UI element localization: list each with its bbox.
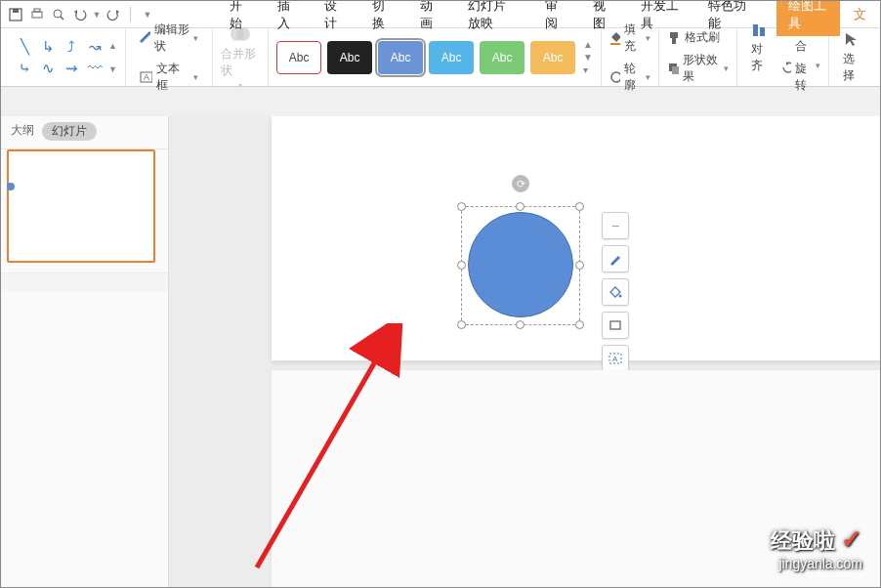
select-button[interactable]: 选择 bbox=[837, 31, 866, 84]
text-box-label: 文本框 bbox=[156, 61, 189, 94]
svg-rect-13 bbox=[672, 38, 676, 44]
select-label: 选择 bbox=[843, 51, 860, 84]
watermark-name: 经验啦 bbox=[771, 528, 835, 553]
rotate-label: 旋转 bbox=[795, 61, 812, 94]
handle-bl[interactable] bbox=[457, 320, 466, 329]
ribbon-group-lines: ╲ ↳ ⤴ ↝ ⤷ ∿ ⇝ 〰 ▲ ▼ bbox=[7, 28, 126, 86]
menu-design[interactable]: 设计 bbox=[311, 0, 358, 38]
float-pencil-icon[interactable] bbox=[602, 245, 629, 273]
divider bbox=[130, 7, 131, 22]
styles-down-icon[interactable]: ▼ bbox=[583, 52, 593, 63]
handle-tl[interactable] bbox=[457, 202, 466, 211]
float-fill-icon[interactable] bbox=[602, 278, 629, 306]
print-icon[interactable] bbox=[26, 4, 48, 25]
tab-outline[interactable]: 大纲 bbox=[11, 122, 34, 141]
side-panel: 大纲 幻灯片 bbox=[1, 116, 169, 587]
thumbnail-strip bbox=[1, 273, 168, 292]
outline-button[interactable]: 轮廓▾ bbox=[609, 61, 650, 94]
style-orange[interactable]: Abc bbox=[530, 41, 575, 74]
style-black[interactable]: Abc bbox=[327, 41, 372, 74]
connector-z-icon[interactable]: ⤴ bbox=[62, 38, 81, 56]
ribbon-group-shape-edit: 编辑形状 ▾ A 文本框 ▾ bbox=[126, 28, 213, 86]
float-rect-icon[interactable] bbox=[602, 312, 629, 339]
menu-text-partial[interactable]: 文 bbox=[840, 0, 880, 29]
style-white[interactable]: Abc bbox=[276, 41, 321, 74]
rotate-button[interactable]: 旋转▾ bbox=[781, 61, 820, 94]
line-shapes-gallery[interactable]: ╲ ↳ ⤴ ↝ ⤷ ∿ ⇝ 〰 bbox=[15, 38, 105, 77]
align-label: 对齐 bbox=[751, 41, 770, 74]
connector-l2-icon[interactable]: ⤷ bbox=[15, 60, 34, 77]
curve-icon[interactable]: ∿ bbox=[38, 60, 58, 77]
connector-l-icon[interactable]: ↳ bbox=[38, 38, 58, 56]
menu-view[interactable]: 视图 bbox=[579, 0, 627, 38]
rotation-handle[interactable]: ⟳ bbox=[512, 175, 529, 192]
float-textselect-icon[interactable]: A bbox=[602, 345, 629, 372]
menu-animation[interactable]: 动画 bbox=[406, 0, 454, 38]
style-green[interactable]: Abc bbox=[480, 41, 524, 74]
styles-more-icon[interactable]: ▾ bbox=[583, 64, 593, 75]
style-sky[interactable]: Abc bbox=[429, 41, 474, 74]
lines-down-icon[interactable]: ▼ bbox=[108, 64, 117, 74]
freeform-icon[interactable]: 〰 bbox=[85, 60, 105, 77]
selected-shape[interactable]: ⟳ bbox=[457, 202, 584, 329]
menu-slideshow[interactable]: 幻灯片放映 bbox=[454, 0, 532, 38]
svg-rect-10 bbox=[610, 43, 620, 45]
menu-special[interactable]: 特色功能 bbox=[694, 0, 762, 38]
menu-developer[interactable]: 开发工具 bbox=[627, 0, 694, 38]
slide-page[interactable]: ⟳ − A bbox=[272, 116, 880, 360]
dropdown-icon[interactable]: ▼ bbox=[91, 4, 103, 25]
handle-bc[interactable] bbox=[516, 320, 524, 329]
svg-text:A: A bbox=[612, 355, 618, 363]
merge-shapes-label: 合并形状 bbox=[221, 46, 260, 79]
undo-icon[interactable] bbox=[69, 4, 91, 25]
svg-rect-15 bbox=[672, 66, 678, 74]
svg-rect-2 bbox=[32, 12, 42, 18]
connector-s-icon[interactable]: ↝ bbox=[85, 38, 105, 56]
svg-rect-1 bbox=[13, 9, 19, 13]
text-box-button[interactable]: A 文本框 ▾ bbox=[140, 61, 198, 94]
styles-up-icon[interactable]: ▲ bbox=[583, 39, 593, 50]
menu-insert[interactable]: 插入 bbox=[264, 0, 312, 38]
floating-tools: − A bbox=[602, 212, 629, 372]
handle-tr[interactable] bbox=[575, 202, 584, 211]
watermark: 经验啦✓ jingyanla.com bbox=[771, 525, 862, 571]
style-blue-selected[interactable]: Abc bbox=[378, 41, 423, 74]
watermark-url: jingyanla.com bbox=[771, 556, 862, 571]
svg-point-11 bbox=[611, 72, 620, 82]
outline-label: 轮廓 bbox=[624, 61, 643, 94]
svg-point-4 bbox=[54, 10, 62, 18]
lines-up-icon[interactable]: ▲ bbox=[108, 41, 117, 51]
circle-shape[interactable] bbox=[468, 212, 573, 317]
svg-line-5 bbox=[61, 17, 63, 20]
ribbon-group-select: 选择 bbox=[829, 28, 874, 86]
menu-start[interactable]: 开始 bbox=[216, 0, 264, 38]
check-icon: ✓ bbox=[841, 525, 862, 554]
tab-slides[interactable]: 幻灯片 bbox=[42, 122, 97, 141]
shape-effect-label: 形状效果 bbox=[683, 52, 720, 85]
menu-transition[interactable]: 切换 bbox=[358, 0, 406, 38]
handle-tc[interactable] bbox=[516, 202, 524, 211]
handle-br[interactable] bbox=[575, 320, 584, 329]
float-collapse-icon[interactable]: − bbox=[602, 212, 629, 239]
line-icon[interactable]: ╲ bbox=[15, 38, 34, 56]
handle-ml[interactable] bbox=[457, 261, 466, 270]
menu-drawing-tools[interactable]: 绘图工具 bbox=[776, 0, 840, 36]
shape-effect-button[interactable]: 形状效果▾ bbox=[667, 52, 728, 85]
svg-point-20 bbox=[619, 295, 622, 298]
save-icon[interactable] bbox=[5, 4, 26, 25]
slide-thumbnail-1[interactable] bbox=[7, 149, 155, 263]
svg-rect-21 bbox=[610, 321, 620, 329]
canvas[interactable]: ⟳ − A bbox=[169, 116, 880, 587]
svg-rect-3 bbox=[34, 9, 40, 12]
svg-text:A: A bbox=[144, 72, 149, 82]
handle-mr[interactable] bbox=[575, 261, 584, 270]
zigzag-icon[interactable]: ⇝ bbox=[62, 60, 81, 77]
menu-review[interactable]: 审阅 bbox=[531, 0, 579, 38]
print-preview-icon[interactable] bbox=[48, 4, 69, 25]
redo-icon[interactable] bbox=[103, 4, 124, 25]
